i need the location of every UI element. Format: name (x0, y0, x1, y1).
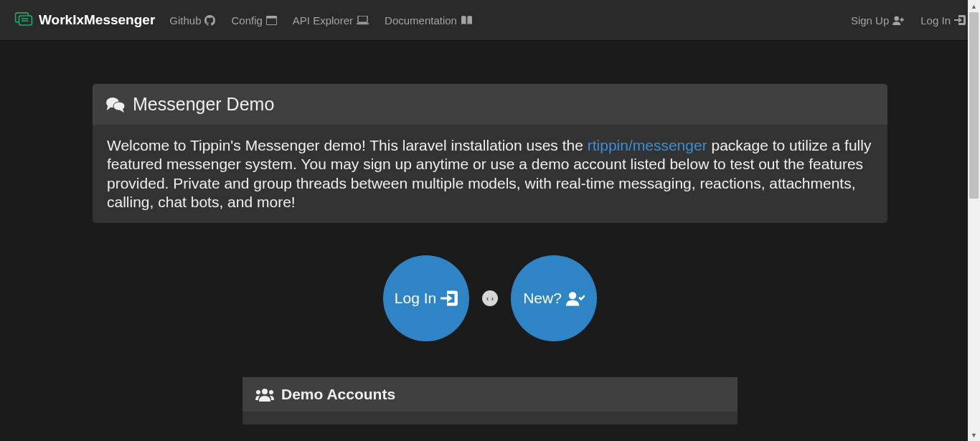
signup-button[interactable]: New? (511, 255, 597, 341)
svg-rect-6 (358, 16, 367, 22)
nav-config-label: Config (231, 14, 262, 27)
vertical-scrollbar[interactable]: ▲ ▼ (968, 0, 980, 441)
nav-links-right: Sign Up Log In (851, 14, 966, 27)
svg-point-14 (269, 390, 273, 394)
github-icon (204, 15, 215, 26)
hero-card-body: Welcome to Tippin's Messenger demo! This… (93, 125, 887, 223)
login-button-label: Log In (395, 290, 436, 307)
svg-point-13 (256, 390, 260, 394)
hero-card-header: Messenger Demo (93, 84, 887, 125)
nav-documentation[interactable]: Documentation (385, 14, 473, 27)
demo-accounts-body (242, 412, 738, 425)
login-button[interactable]: Log In (383, 255, 469, 341)
nav-docs-label: Documentation (385, 14, 457, 27)
user-plus-icon (892, 15, 905, 25)
auth-buttons: Log In ‹ › New? (93, 255, 887, 341)
brand[interactable]: WorkIxMessenger (14, 9, 155, 32)
divider-text: ‹ › (486, 294, 494, 303)
desc-part1: Welcome to Tippin's Messenger demo! This… (107, 137, 588, 153)
svg-point-10 (113, 102, 125, 110)
nav-signup-label: Sign Up (851, 14, 889, 27)
login-icon (954, 15, 966, 25)
login-arrow-icon (440, 290, 458, 306)
svg-rect-5 (267, 18, 276, 24)
messenger-logo-icon (14, 9, 33, 32)
svg-point-11 (569, 292, 576, 299)
navbar: WorkIxMessenger Github Config API Explor… (0, 0, 980, 41)
svg-rect-7 (357, 23, 369, 24)
button-divider: ‹ › (482, 290, 498, 306)
main-content: Messenger Demo Welcome to Tippin's Messe… (93, 41, 887, 425)
window-icon (266, 16, 277, 25)
hero-description: Welcome to Tippin's Messenger demo! This… (107, 136, 873, 212)
scroll-thumb[interactable] (969, 12, 979, 199)
demo-accounts-title: Demo Accounts (281, 386, 395, 403)
scroll-track[interactable] (968, 12, 980, 429)
signup-button-label: New? (523, 290, 562, 307)
scroll-down-arrow[interactable]: ▼ (968, 429, 980, 441)
demo-accounts-card: Demo Accounts (242, 377, 738, 425)
scroll-up-arrow[interactable]: ▲ (968, 0, 980, 12)
rtippin-messenger-link[interactable]: rtippin/messenger (588, 137, 707, 153)
svg-point-8 (895, 16, 900, 21)
svg-point-12 (262, 389, 268, 394)
brand-text: WorkIxMessenger (39, 12, 155, 28)
nav-sign-up[interactable]: Sign Up (851, 14, 905, 27)
nav-api-explorer[interactable]: API Explorer (293, 14, 369, 27)
nav-api-label: API Explorer (293, 14, 353, 27)
hero-card: Messenger Demo Welcome to Tippin's Messe… (93, 84, 887, 223)
nav-log-in[interactable]: Log In (920, 14, 966, 27)
laptop-icon (357, 16, 369, 25)
hero-title: Messenger Demo (133, 94, 274, 115)
nav-login-label: Log In (920, 14, 951, 27)
book-icon (461, 16, 473, 25)
demo-accounts-header: Demo Accounts (242, 377, 738, 412)
comments-icon (105, 96, 126, 113)
nav-github[interactable]: Github (169, 14, 215, 27)
nav-links-left: Github Config API Explorer Documentation (169, 14, 473, 27)
nav-github-label: Github (169, 14, 201, 27)
nav-config[interactable]: Config (231, 14, 276, 27)
user-check-icon (566, 290, 585, 306)
users-icon (255, 387, 274, 402)
